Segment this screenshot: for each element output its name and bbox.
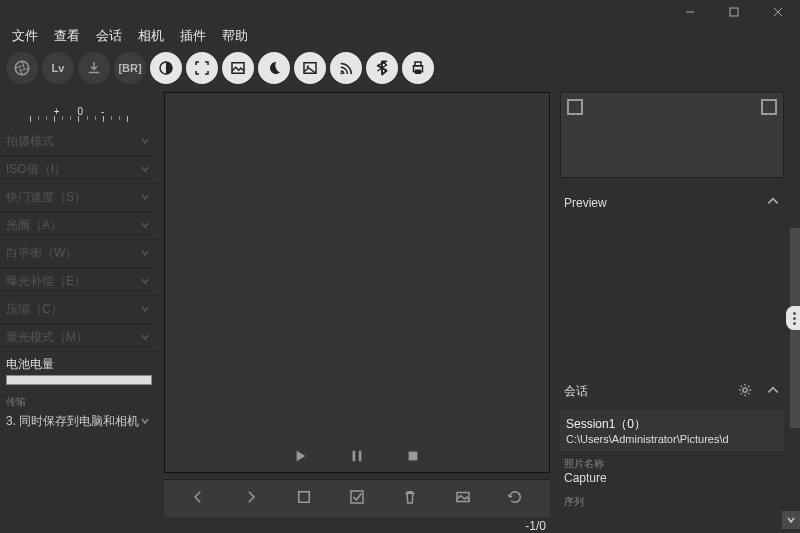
window-close-button[interactable] [756, 0, 800, 24]
scale-minus: - [101, 106, 104, 117]
transfer-value: 3. 同时保存到电脑和相机 [6, 413, 139, 430]
toolbar-btn-fullscreen[interactable] [186, 52, 218, 84]
battery-label: 电池电量 [6, 356, 152, 373]
toolbar-btn-wifi[interactable] [330, 52, 362, 84]
session-section-header[interactable]: 会话 [556, 377, 788, 406]
thumbnail-placeholder[interactable] [761, 99, 777, 115]
scale-zero: 0 [77, 106, 83, 117]
menu-file[interactable]: 文件 [4, 23, 46, 49]
menu-help[interactable]: 帮助 [214, 23, 256, 49]
right-scrollbar[interactable] [790, 228, 800, 533]
svg-rect-1 [730, 8, 738, 16]
preview-body [556, 217, 788, 367]
app-window: { "menu": ["文件", "查看", "会话", "相机", "插件",… [0, 0, 800, 533]
chevron-down-icon [140, 135, 150, 149]
setting-shutter[interactable]: 快门速度（S） [0, 184, 158, 212]
bracket-button[interactable]: [BR] [114, 52, 146, 84]
setting-label: 曝光补偿（E） [6, 273, 86, 290]
svg-rect-12 [415, 70, 421, 75]
svg-point-20 [743, 388, 747, 392]
window-minimize-button[interactable] [668, 0, 712, 24]
menubar: 文件 查看 会话 相机 插件 帮助 [0, 24, 800, 48]
toolbar-btn-nightmode[interactable] [258, 52, 290, 84]
svg-point-9 [340, 72, 342, 74]
sequence-label: 序列 [556, 489, 788, 509]
select-check-button[interactable] [348, 488, 366, 509]
toolbar-btn-contrast[interactable] [150, 52, 182, 84]
gear-icon[interactable] [738, 383, 752, 400]
stop-button[interactable] [406, 449, 420, 466]
toolbar: Lv [BR] [0, 48, 800, 88]
panel-expand-handle[interactable] [786, 306, 800, 330]
toolbar-btn-print[interactable] [402, 52, 434, 84]
menu-session[interactable]: 会话 [88, 23, 130, 49]
setting-label: 快门速度（S） [6, 189, 86, 206]
pause-button[interactable] [350, 449, 364, 466]
setting-iso[interactable]: ISO值（I） [0, 156, 158, 184]
scroll-down-button[interactable] [782, 511, 800, 529]
svg-rect-16 [409, 451, 418, 460]
svg-rect-14 [353, 450, 356, 461]
window-maximize-button[interactable] [712, 0, 756, 24]
setting-focus-mode[interactable]: 聚光模式（M） [0, 324, 158, 352]
preview-canvas [165, 93, 549, 442]
titlebar [0, 0, 800, 24]
bracket-icon: [BR] [118, 62, 141, 74]
download-button[interactable] [78, 52, 110, 84]
playback-controls [165, 442, 549, 472]
svg-marker-13 [297, 450, 306, 461]
shutter-button[interactable] [6, 52, 38, 84]
session-info[interactable]: Session1（0） C:\Users\Administrator\Pictu… [560, 410, 784, 451]
chevron-down-icon [140, 275, 150, 289]
setting-label: ISO值（I） [6, 161, 66, 178]
scale-ticks [30, 116, 128, 122]
setting-shoot-mode[interactable]: 拍摄模式 [0, 128, 158, 156]
transfer-block: 传输 3. 同时保存到电脑和相机 [0, 395, 158, 434]
battery-block: 电池电量 [0, 352, 158, 389]
setting-aperture[interactable]: 光圈（A） [0, 212, 158, 240]
chevron-down-icon [140, 331, 150, 345]
center-panel: -1/0 [158, 88, 556, 533]
toolbar-btn-image[interactable] [222, 52, 254, 84]
menu-view[interactable]: 查看 [46, 23, 88, 49]
history-button[interactable] [506, 488, 524, 509]
setting-exposure-comp[interactable]: 曝光补偿（E） [0, 268, 158, 296]
battery-bar [6, 375, 152, 385]
nav-back-button[interactable] [189, 488, 207, 509]
exposure-scale[interactable]: + 0 - [0, 88, 158, 128]
chevron-down-icon [140, 247, 150, 261]
setting-compression[interactable]: 压缩（C） [0, 296, 158, 324]
preview-title: Preview [564, 196, 607, 210]
delete-button[interactable] [401, 488, 419, 509]
transfer-select[interactable]: 3. 同时保存到电脑和相机 [0, 409, 158, 434]
open-folder-button[interactable] [454, 488, 472, 509]
session-path: C:\Users\Administrator\Pictures\d [566, 433, 778, 445]
main-row: + 0 - 拍摄模式 ISO值（I） 快门速度（S） 光圈（A） 白平衡（W） … [0, 88, 800, 533]
setting-label: 压缩（C） [6, 301, 63, 318]
menu-plugin[interactable]: 插件 [172, 23, 214, 49]
preview-section-header[interactable]: Preview [556, 188, 788, 217]
svg-rect-17 [299, 492, 310, 503]
photo-name-value[interactable]: Capture [556, 471, 788, 489]
session-section: 会话 Session1（0） C:\Users\Administrator\Pi… [556, 377, 788, 509]
bottom-toolbar [164, 479, 550, 517]
thumbnail-placeholder[interactable] [567, 99, 583, 115]
left-panel: + 0 - 拍摄模式 ISO值（I） 快门速度（S） 光圈（A） 白平衡（W） … [0, 88, 158, 533]
setting-label: 光圈（A） [6, 217, 62, 234]
toolbar-btn-bluetooth[interactable] [366, 52, 398, 84]
svg-rect-11 [415, 62, 421, 66]
menu-camera[interactable]: 相机 [130, 23, 172, 49]
select-none-button[interactable] [295, 488, 313, 509]
play-button[interactable] [294, 449, 308, 466]
photo-name-label: 照片名称 [556, 451, 788, 471]
setting-label: 拍摄模式 [6, 133, 54, 150]
collapse-icon[interactable] [766, 194, 780, 211]
setting-whitebalance[interactable]: 白平衡（W） [0, 240, 158, 268]
liveview-button[interactable]: Lv [42, 52, 74, 84]
preview-section: Preview [556, 188, 788, 367]
nav-forward-button[interactable] [242, 488, 260, 509]
toolbar-btn-gallery[interactable] [294, 52, 326, 84]
collapse-icon[interactable] [766, 383, 780, 400]
scale-plus: + [54, 106, 60, 117]
setting-label: 白平衡（W） [6, 245, 77, 262]
